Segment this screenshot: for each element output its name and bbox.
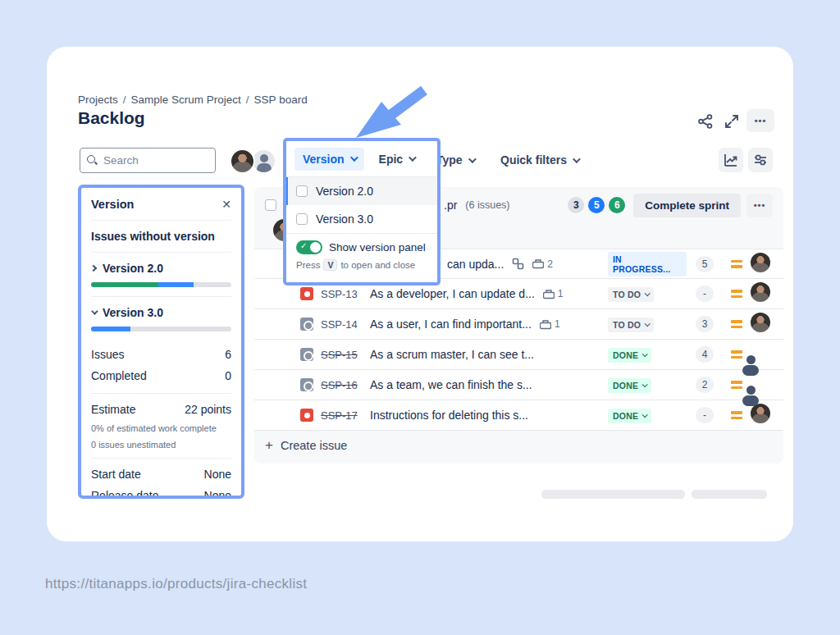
progress-bar bbox=[91, 282, 231, 287]
story-icon bbox=[300, 348, 313, 361]
expand-button[interactable] bbox=[724, 113, 740, 130]
sliders-icon bbox=[753, 153, 768, 167]
stat-estimate: Estimate22 points bbox=[91, 399, 231, 420]
toggle-on-icon[interactable] bbox=[296, 240, 322, 254]
search-icon bbox=[87, 155, 98, 166]
status-badge[interactable]: TO DO bbox=[608, 318, 654, 332]
view-settings-button[interactable] bbox=[748, 148, 773, 172]
sprint-badge-inprogress: 5 bbox=[588, 197, 605, 213]
assignee-avatar[interactable] bbox=[751, 282, 770, 302]
chevron-down-icon bbox=[350, 153, 358, 162]
issue-title[interactable]: As a developer, I can update d... bbox=[370, 287, 535, 300]
checkbox[interactable] bbox=[296, 213, 308, 225]
key-v: V bbox=[323, 259, 337, 271]
chevron-down-icon[interactable] bbox=[91, 308, 98, 314]
breadcrumb-board[interactable]: SSP board bbox=[254, 94, 308, 106]
sprint-more-button[interactable]: ••• bbox=[746, 194, 773, 217]
sprint-checkbox[interactable] bbox=[265, 199, 276, 211]
status-badge[interactable]: IN PROGRESS... bbox=[608, 252, 687, 276]
filter-type[interactable]: Type bbox=[436, 153, 474, 167]
skeleton-bar bbox=[692, 490, 767, 499]
checklist-indicator: 2 bbox=[532, 258, 553, 270]
version-option[interactable]: Version 3.0 bbox=[286, 205, 437, 233]
show-version-panel-toggle[interactable]: Show version panel bbox=[296, 240, 427, 254]
priority-medium-icon bbox=[723, 287, 751, 300]
plus-icon: + bbox=[265, 437, 273, 454]
checklist-icon bbox=[540, 319, 551, 330]
assignee-avatar[interactable] bbox=[751, 253, 770, 272]
issue-title[interactable]: As a scrum master, I can see t... bbox=[370, 348, 534, 361]
avatar-user-photo[interactable] bbox=[230, 148, 255, 174]
version-panel-title: Version bbox=[91, 198, 134, 211]
chevron-right-icon[interactable] bbox=[90, 265, 97, 272]
stat-issues: Issues6 bbox=[91, 344, 231, 365]
checklist-indicator: 1 bbox=[540, 318, 560, 330]
status-badge[interactable]: TO DO bbox=[608, 287, 654, 302]
close-icon[interactable]: ✕ bbox=[221, 198, 231, 211]
version-item[interactable]: Version 2.0 bbox=[91, 253, 231, 297]
issue-title[interactable]: Instructions for deleting this s... bbox=[370, 409, 528, 422]
issue-row[interactable]: SSP-15 As a scrum master, I can see t...… bbox=[254, 340, 783, 370]
issue-key: SSP-14 bbox=[321, 318, 362, 331]
version-item[interactable]: Version 3.0 bbox=[91, 297, 231, 340]
version-option[interactable]: Version 2.0 bbox=[286, 177, 437, 205]
issue-row[interactable]: SSP-14 As a user, I can find important..… bbox=[254, 309, 783, 340]
keyboard-hint: Press V to open and close bbox=[296, 259, 427, 271]
assignee-avatar[interactable] bbox=[751, 404, 770, 423]
breadcrumb-project[interactable]: Sample Scrum Project bbox=[131, 94, 241, 106]
estimate-pill[interactable]: 5 bbox=[696, 256, 714, 272]
create-issue-button[interactable]: + Create issue bbox=[265, 437, 347, 454]
estimate-pill[interactable]: - bbox=[696, 407, 714, 423]
share-icon bbox=[697, 113, 714, 130]
issue-title[interactable]: can upda... bbox=[447, 258, 504, 271]
checklist-icon bbox=[543, 289, 555, 299]
estimate-pill[interactable]: 2 bbox=[696, 377, 714, 393]
insights-button[interactable] bbox=[719, 148, 743, 172]
subtasks-icon bbox=[512, 258, 524, 270]
progress-bar bbox=[91, 327, 231, 331]
pointer-arrow bbox=[345, 80, 435, 146]
chevron-down-icon bbox=[642, 412, 648, 418]
assignee-avatar[interactable] bbox=[751, 313, 770, 332]
sprint-name[interactable]: .pr bbox=[444, 199, 457, 212]
sprint-badge-todo: 3 bbox=[568, 197, 584, 213]
breadcrumb-projects[interactable]: Projects bbox=[78, 94, 118, 106]
filter-version[interactable]: Version bbox=[294, 148, 364, 171]
status-badge[interactable]: DONE bbox=[608, 409, 651, 423]
expand-icon bbox=[724, 113, 740, 130]
bug-icon bbox=[300, 287, 313, 300]
chart-icon bbox=[724, 153, 738, 167]
issue-key: SSP-15 bbox=[321, 349, 362, 361]
more-options-button[interactable]: ••• bbox=[746, 109, 774, 132]
story-icon bbox=[300, 318, 313, 331]
filter-quick-filters[interactable]: Quick filters bbox=[500, 153, 578, 167]
checkbox[interactable] bbox=[296, 185, 308, 197]
breadcrumb: Projects/Sample Scrum Project/SSP board bbox=[78, 94, 308, 106]
priority-medium-icon bbox=[723, 258, 751, 271]
issues-without-version[interactable]: Issues without version bbox=[91, 221, 231, 253]
issue-row[interactable]: SSP-16 As a team, we can finish the s...… bbox=[254, 370, 783, 400]
sprint-issue-count: (6 issues) bbox=[465, 199, 509, 211]
issue-title[interactable]: As a team, we can finish the s... bbox=[370, 378, 532, 391]
version-dropdown: Version Epic Version 2.0 Version 3.0 Sho… bbox=[283, 138, 441, 286]
estimate-pill[interactable]: 3 bbox=[696, 316, 714, 332]
screenshot-root: Projects/Sample Scrum Project/SSP board … bbox=[0, 0, 840, 635]
status-badge[interactable]: DONE bbox=[608, 378, 651, 393]
share-button[interactable] bbox=[697, 113, 714, 130]
issue-title[interactable]: As a user, I can find important... bbox=[370, 318, 532, 331]
checklist-count: 2 bbox=[547, 258, 553, 270]
issue-key: SSP-13 bbox=[321, 288, 362, 300]
source-url: https://titanapps.io/products/jira-check… bbox=[45, 576, 307, 592]
estimate-pill[interactable]: 4 bbox=[696, 346, 714, 363]
search-input-wrap bbox=[80, 148, 216, 173]
estimate-pill[interactable]: - bbox=[696, 286, 714, 302]
status-badge[interactable]: DONE bbox=[608, 348, 651, 363]
complete-sprint-button[interactable]: Complete sprint bbox=[633, 194, 741, 217]
issue-key: SSP-17 bbox=[321, 409, 362, 422]
search-input[interactable] bbox=[103, 154, 202, 167]
filter-epic[interactable]: Epic bbox=[379, 153, 415, 166]
issue-row[interactable]: SSP-17 Instructions for deleting this s.… bbox=[254, 400, 783, 431]
chevron-down-icon bbox=[645, 321, 651, 327]
bug-icon bbox=[300, 409, 313, 422]
page-title: Backlog bbox=[78, 108, 145, 128]
